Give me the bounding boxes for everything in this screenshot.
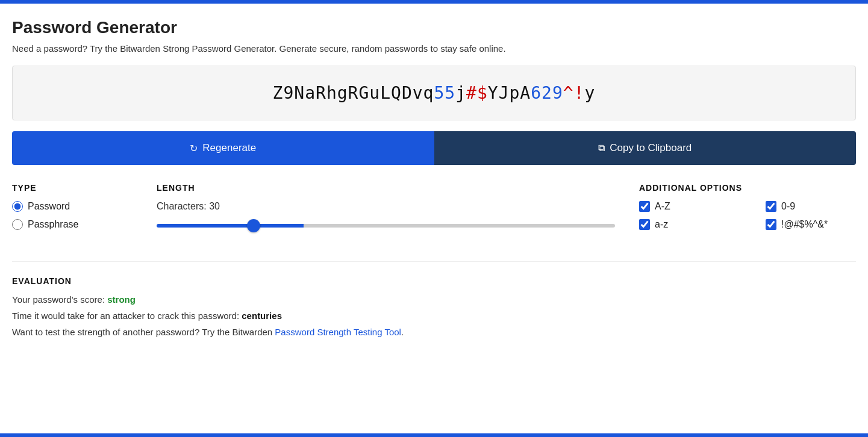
pw-segment-4: 55 (434, 83, 455, 103)
radio-password-label: Password (28, 201, 70, 212)
page-subtitle: Need a password? Try the Bitwarden Stron… (12, 43, 856, 54)
checkbox-09-label: 0-9 (781, 201, 795, 212)
test-line: Want to test the strength of another pas… (12, 327, 856, 337)
crack-value: centuries (242, 311, 282, 321)
checkbox-az-lower-label: a-z (655, 219, 668, 230)
pw-segment-10: y (585, 83, 596, 103)
radio-passphrase[interactable]: Passphrase (12, 219, 133, 230)
pw-segment-1: Z (273, 83, 284, 103)
clipboard-icon: ⧉ (598, 143, 605, 153)
evaluation-label: EVALUATION (12, 276, 856, 286)
characters-value: 30 (209, 201, 220, 211)
password-display: Z9NaRhgRGuLQDvq55j#$YJpA629^!y (12, 66, 856, 120)
test-link[interactable]: Password Strength Testing Tool (275, 327, 401, 337)
pw-segment-2: 9 (283, 83, 294, 103)
clipboard-label: Copy to Clipboard (610, 142, 692, 154)
regenerate-button[interactable]: ↻ Regenerate (12, 131, 434, 165)
score-line: Your password's score: strong (12, 294, 856, 305)
checkbox-special-label: !@#$%^&* (781, 219, 828, 230)
length-slider[interactable] (157, 224, 615, 228)
checkbox-special[interactable]: !@#$%^&* (766, 219, 856, 230)
crack-prefix: Time it would take for an attacker to cr… (12, 311, 239, 321)
options-section: TYPE Password Passphrase LENGTH Characte… (12, 183, 856, 237)
type-label: TYPE (12, 183, 133, 193)
pw-segment-8: 629 (531, 83, 563, 103)
checkbox-special-input[interactable] (766, 219, 776, 230)
regenerate-icon: ↻ (190, 143, 198, 154)
regenerate-label: Regenerate (202, 142, 256, 154)
score-value: strong (107, 294, 136, 305)
type-section: TYPE Password Passphrase (12, 183, 133, 237)
checkbox-az-lower-input[interactable] (639, 219, 650, 230)
additional-label: ADDITIONAL OPTIONS (639, 183, 856, 193)
radio-passphrase-label: Passphrase (28, 219, 79, 230)
checkbox-az-lower[interactable]: a-z (639, 219, 729, 230)
length-label: LENGTH (157, 183, 615, 193)
pw-segment-7: YJpA (488, 83, 531, 103)
pw-segment-9: ^! (563, 83, 585, 103)
characters-prefix: Characters: (157, 201, 207, 211)
checkbox-09[interactable]: 0-9 (766, 201, 856, 212)
crack-line: Time it would take for an attacker to cr… (12, 311, 856, 321)
slider-container (157, 219, 615, 230)
checkbox-09-input[interactable] (766, 201, 776, 212)
additional-section: ADDITIONAL OPTIONS A-Z 0-9 a-z !@#$%^&* (639, 183, 856, 230)
length-section: LENGTH Characters: 30 (133, 183, 639, 230)
characters-display: Characters: 30 (157, 201, 615, 212)
checkbox-az-upper-input[interactable] (639, 201, 650, 212)
score-prefix: Your password's score: (12, 294, 105, 305)
radio-password-input[interactable] (12, 201, 23, 212)
additional-grid: A-Z 0-9 a-z !@#$%^&* (639, 201, 856, 230)
buttons-row: ↻ Regenerate ⧉ Copy to Clipboard (12, 131, 856, 165)
page-title: Password Generator (12, 18, 856, 37)
copy-clipboard-button[interactable]: ⧉ Copy to Clipboard (434, 131, 857, 165)
evaluation-section: EVALUATION Your password's score: strong… (12, 261, 856, 337)
pw-segment-3: NaRhgRGuLQDvq (294, 83, 434, 103)
pw-segment-6: #$ (466, 83, 488, 103)
main-content: Password Generator Need a password? Try … (0, 4, 868, 367)
radio-passphrase-input[interactable] (12, 219, 23, 230)
pw-segment-5: j (455, 83, 466, 103)
checkbox-az-upper[interactable]: A-Z (639, 201, 729, 212)
test-prefix: Want to test the strength of another pas… (12, 327, 272, 337)
test-suffix: . (401, 327, 404, 337)
checkbox-az-upper-label: A-Z (655, 201, 670, 212)
radio-password[interactable]: Password (12, 201, 133, 212)
